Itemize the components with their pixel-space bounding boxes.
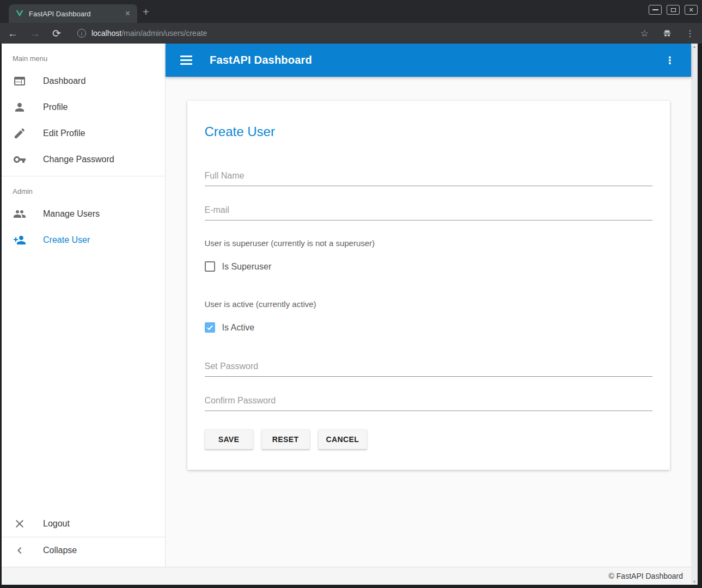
- sidebar-item-label: Create User: [43, 235, 90, 245]
- sidebar-item-collapse[interactable]: Collapse: [2, 537, 165, 564]
- full-name-field-wrap: [205, 170, 652, 186]
- window-close-button[interactable]: ✕: [685, 5, 698, 15]
- address-bar[interactable]: i localhost/main/admin/users/create: [77, 29, 640, 38]
- set-password-input[interactable]: [205, 360, 652, 377]
- is-superuser-checkbox[interactable]: [205, 261, 215, 272]
- sidebar-item-edit-profile[interactable]: Edit Profile: [2, 120, 165, 146]
- page-title: Create User: [205, 124, 652, 139]
- sidebar-section-admin: Admin: [2, 176, 165, 201]
- sidebar-item-logout[interactable]: Logout: [2, 511, 165, 537]
- full-name-input[interactable]: [205, 170, 652, 186]
- vue-logo-icon: [15, 9, 24, 18]
- sidebar-item-change-password[interactable]: Change Password: [2, 146, 165, 173]
- dashboard-web-icon: [13, 75, 26, 88]
- window-maximize-button[interactable]: [667, 5, 680, 15]
- key-icon: [13, 153, 26, 166]
- is-active-label[interactable]: Is Active: [222, 323, 255, 333]
- main-content: Create User User is superuser (currently…: [166, 77, 691, 567]
- url-host: localhost: [91, 29, 121, 38]
- forward-button[interactable]: →: [30, 28, 40, 39]
- person-icon: [13, 101, 26, 114]
- appbar-menu-icon[interactable]: ⋮: [665, 54, 675, 66]
- browser-toolbar: ← → ⟳ i localhost/main/admin/users/creat…: [0, 23, 702, 44]
- hamburger-menu-icon[interactable]: [180, 56, 192, 65]
- create-user-card: Create User User is superuser (currently…: [187, 101, 670, 470]
- page-viewport: Main menu Dashboard Profile Edit Profile…: [2, 44, 691, 585]
- chevron-left-icon: [13, 544, 26, 557]
- is-active-checkbox[interactable]: [205, 322, 215, 333]
- person-add-icon: [13, 234, 26, 247]
- email-field-wrap: [205, 204, 652, 220]
- app-bar: FastAPI Dashboard ⋮: [166, 44, 691, 77]
- email-input[interactable]: [205, 204, 652, 220]
- incognito-icon: [662, 28, 673, 39]
- scroll-down-arrow-icon[interactable]: ▼: [691, 580, 698, 584]
- sidebar-item-dashboard[interactable]: Dashboard: [2, 68, 165, 94]
- superuser-hint: User is superuser (currently is not a su…: [205, 238, 652, 248]
- copyright-text: © FastAPI Dashboard: [609, 572, 683, 580]
- close-icon: [13, 517, 26, 530]
- tab-title: FastAPI Dashboard: [29, 10, 124, 18]
- people-icon: [13, 207, 26, 220]
- browser-tab[interactable]: FastAPI Dashboard ×: [9, 4, 137, 23]
- cancel-button[interactable]: CANCEL: [318, 429, 368, 449]
- url-text[interactable]: localhost/main/admin/users/create: [91, 29, 207, 38]
- sidebar-item-manage-users[interactable]: Manage Users: [2, 201, 165, 227]
- scroll-up-arrow-icon[interactable]: ▲: [691, 45, 698, 48]
- checkmark-icon: [206, 323, 214, 332]
- reset-button[interactable]: RESET: [261, 429, 310, 449]
- sidebar-section-main-menu: Main menu: [2, 44, 165, 68]
- back-button[interactable]: ←: [8, 28, 18, 39]
- tab-close-icon[interactable]: ×: [124, 9, 132, 19]
- active-hint: User is active (currently active): [205, 299, 652, 309]
- save-button[interactable]: SAVE: [205, 429, 253, 449]
- window-minimize-button[interactable]: [649, 5, 662, 15]
- new-tab-button[interactable]: +: [143, 7, 149, 17]
- browser-menu-icon[interactable]: ⋮: [686, 28, 694, 39]
- page-scrollbar[interactable]: ▲ ▼: [691, 44, 698, 585]
- set-password-field-wrap: [205, 360, 652, 377]
- pencil-icon: [13, 127, 26, 140]
- is-superuser-checkbox-row[interactable]: Is Superuser: [205, 261, 652, 272]
- sidebar-item-label: Profile: [43, 102, 68, 112]
- bookmark-star-icon[interactable]: ☆: [640, 28, 649, 39]
- sidebar-item-label: Edit Profile: [43, 128, 85, 138]
- reload-button[interactable]: ⟳: [52, 28, 61, 39]
- sidebar-item-label: Change Password: [43, 155, 114, 164]
- window-controls: ✕: [649, 5, 698, 15]
- is-superuser-label[interactable]: Is Superuser: [222, 262, 272, 272]
- sidebar-item-label: Logout: [43, 519, 70, 529]
- sidebar-item-label: Collapse: [43, 546, 77, 555]
- sidebar-item-create-user[interactable]: Create User: [2, 227, 165, 253]
- sidebar-item-label: Dashboard: [43, 76, 86, 86]
- is-active-checkbox-row[interactable]: Is Active: [205, 322, 652, 333]
- url-path: /main/admin/users/create: [121, 29, 207, 38]
- confirm-password-field-wrap: [205, 395, 652, 411]
- app-title: FastAPI Dashboard: [210, 54, 312, 66]
- confirm-password-input[interactable]: [205, 395, 652, 411]
- site-footer: © FastAPI Dashboard: [2, 567, 691, 585]
- sidebar: Main menu Dashboard Profile Edit Profile…: [2, 44, 166, 567]
- form-actions: SAVE RESET CANCEL: [205, 429, 652, 449]
- sidebar-item-profile[interactable]: Profile: [2, 94, 165, 120]
- browser-tab-bar: FastAPI Dashboard × + ✕: [0, 0, 702, 23]
- site-info-icon[interactable]: i: [77, 29, 86, 38]
- sidebar-item-label: Manage Users: [43, 209, 100, 219]
